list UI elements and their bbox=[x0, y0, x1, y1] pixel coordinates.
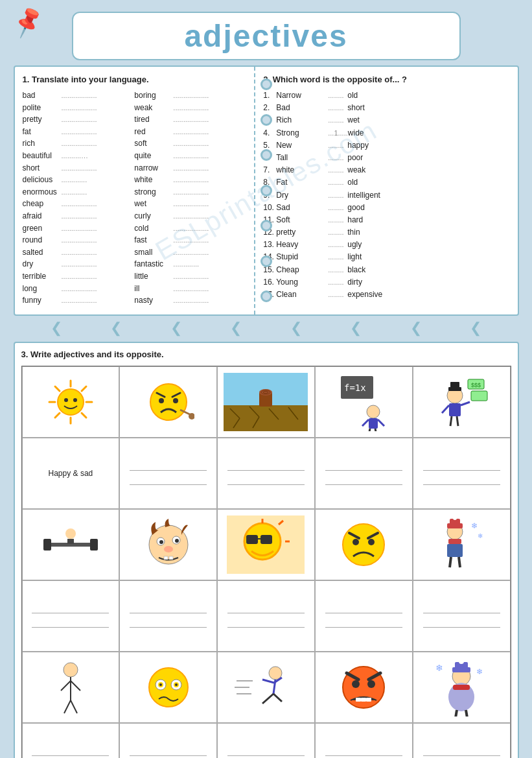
write-line[interactable] bbox=[130, 619, 207, 628]
word-item: boring.................. bbox=[134, 89, 241, 102]
word-item: weak.................. bbox=[134, 102, 241, 114]
write-line[interactable] bbox=[227, 619, 305, 628]
svg-line-36 bbox=[369, 429, 370, 431]
svg-point-96 bbox=[159, 683, 162, 686]
write-line[interactable] bbox=[227, 747, 305, 756]
word-item: fat.................. bbox=[23, 126, 130, 138]
word-item: little.................. bbox=[134, 270, 241, 283]
list-item: 16.Young........dirty bbox=[263, 276, 509, 289]
rings-separator: ❮ ❮ ❮ ❮ ❮ ❮ ❮ ❮ bbox=[14, 316, 519, 340]
write-cell-row2-5 bbox=[413, 580, 511, 652]
svg-point-58 bbox=[175, 539, 179, 543]
word-item: quite.................. bbox=[134, 150, 241, 162]
svg-line-87 bbox=[61, 681, 71, 691]
svg-line-88 bbox=[71, 681, 80, 691]
word-item: funny.................. bbox=[23, 294, 130, 307]
write-line[interactable] bbox=[325, 747, 402, 756]
write-line[interactable] bbox=[32, 604, 109, 613]
write-line[interactable] bbox=[423, 462, 500, 471]
svg-text:❄: ❄ bbox=[471, 521, 478, 530]
write-cell-row3-2 bbox=[119, 723, 217, 758]
angry-face-svg bbox=[143, 376, 194, 428]
svg-line-7 bbox=[82, 386, 86, 391]
svg-line-34 bbox=[362, 420, 369, 426]
word-item: bad.................. bbox=[23, 89, 130, 102]
svg-point-52 bbox=[65, 528, 76, 539]
list-item: 1.Narrow........old bbox=[263, 89, 509, 102]
section3-title: 3. Write adjectives and its opposite. bbox=[21, 349, 511, 359]
write-line[interactable] bbox=[325, 462, 402, 471]
list-item: 3.Rich........wet bbox=[263, 114, 509, 126]
write-line[interactable] bbox=[32, 747, 109, 756]
word-item: afraid.................. bbox=[23, 210, 130, 222]
word-item: beautiful..........… bbox=[23, 150, 130, 162]
word-item: nasty.................. bbox=[134, 294, 241, 307]
write-line[interactable] bbox=[325, 604, 402, 613]
svg-point-10 bbox=[73, 398, 77, 402]
hot-sun-svg bbox=[227, 515, 305, 574]
svg-rect-113 bbox=[361, 698, 366, 702]
write-line[interactable] bbox=[32, 619, 109, 628]
write-line[interactable] bbox=[423, 476, 500, 485]
list-item: 4.Strong...1.....wide bbox=[263, 127, 509, 139]
svg-line-5 bbox=[55, 386, 60, 391]
rich-svg: $$$ bbox=[432, 373, 491, 431]
svg-line-48 bbox=[457, 416, 458, 426]
write-line[interactable] bbox=[227, 462, 305, 471]
write-cell-row3-1 bbox=[22, 723, 120, 758]
list-item: 5.New........happy bbox=[263, 139, 509, 152]
img-cell-thin bbox=[22, 652, 120, 723]
word-item: soft.................. bbox=[134, 137, 241, 150]
svg-line-125 bbox=[466, 710, 467, 717]
section3: 3. Write adjectives and its opposite. bbox=[14, 342, 519, 758]
page-title: adjectives bbox=[184, 19, 347, 53]
panel-translate: 1. Translate into your language. bad....… bbox=[15, 67, 256, 314]
word-item: green.................. bbox=[23, 222, 130, 235]
write-line[interactable] bbox=[227, 604, 305, 613]
strongman-svg bbox=[41, 515, 100, 574]
write-line[interactable] bbox=[130, 476, 207, 485]
img-cell-hot-sun bbox=[217, 509, 315, 580]
svg-text:f=1x: f=1x bbox=[344, 383, 366, 393]
write-line[interactable] bbox=[325, 619, 402, 628]
svg-line-6 bbox=[82, 413, 86, 418]
word-item: salted.................. bbox=[23, 246, 130, 259]
write-line[interactable] bbox=[423, 619, 500, 628]
word-item: enormous............. bbox=[23, 186, 130, 198]
svg-point-110 bbox=[352, 680, 360, 688]
list-item: 8.Fat........old bbox=[263, 176, 509, 189]
angry-emoji-svg bbox=[338, 519, 389, 571]
write-line[interactable] bbox=[130, 462, 207, 471]
svg-rect-64 bbox=[246, 535, 258, 544]
svg-rect-65 bbox=[260, 535, 272, 544]
caption-cell-1: Happy & sad bbox=[22, 438, 120, 509]
word-item: cheap.................. bbox=[23, 198, 130, 210]
svg-point-111 bbox=[367, 680, 375, 688]
word-item: delicious............. bbox=[23, 174, 130, 186]
write-line[interactable] bbox=[130, 747, 207, 756]
word-item: fantastic............. bbox=[134, 258, 241, 270]
svg-point-101 bbox=[269, 667, 282, 680]
svg-line-47 bbox=[450, 416, 452, 426]
svg-rect-43 bbox=[450, 382, 459, 388]
svg-line-90 bbox=[71, 700, 77, 713]
write-line[interactable] bbox=[325, 476, 402, 485]
word-item: fast.................. bbox=[134, 234, 241, 246]
img-cell-dry-land bbox=[217, 366, 315, 438]
svg-text:$$$: $$$ bbox=[471, 382, 481, 388]
write-line[interactable] bbox=[423, 604, 500, 613]
svg-line-45 bbox=[442, 405, 449, 413]
section2-title: 2. Which word is the opposite of... ? bbox=[263, 75, 509, 84]
write-line[interactable] bbox=[130, 604, 207, 613]
svg-line-37 bbox=[375, 429, 376, 431]
svg-rect-82 bbox=[447, 544, 463, 557]
write-line[interactable] bbox=[423, 747, 500, 756]
section1-title: 1. Translate into your language. bbox=[23, 75, 247, 84]
svg-point-9 bbox=[64, 398, 68, 402]
word-item: red.................. bbox=[134, 126, 241, 138]
fast-svg bbox=[233, 661, 298, 713]
main-panels: ESLprintables.com 1. Translate into your… bbox=[14, 65, 519, 316]
image-grid: f=1x $$$ bbox=[21, 366, 511, 758]
write-cell-row3-4 bbox=[315, 723, 413, 758]
write-line[interactable] bbox=[227, 476, 305, 485]
